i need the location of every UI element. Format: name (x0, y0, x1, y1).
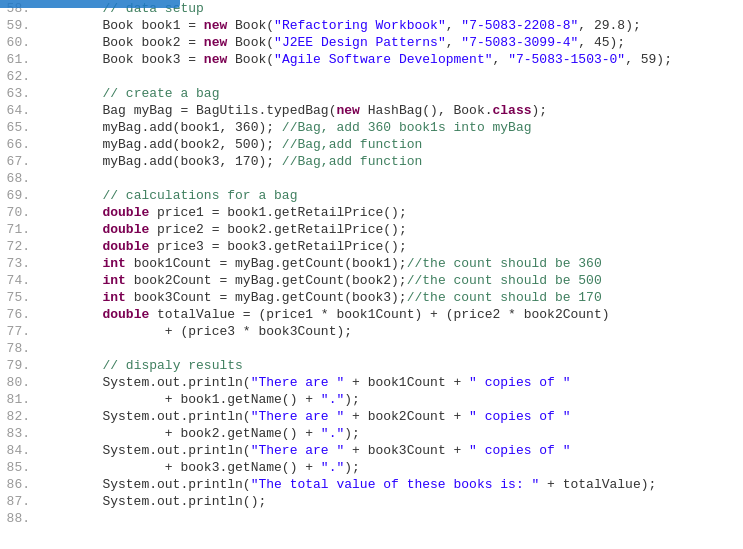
table-row: 75. int book3Count = myBag.getCount(book… (0, 289, 743, 306)
line-number: 79. (0, 357, 40, 374)
table-row: 61. Book book3 = new Book("Agile Softwar… (0, 51, 743, 68)
table-row: 58. // data setup (0, 0, 743, 17)
line-code: System.out.println("The total value of t… (40, 476, 743, 493)
line-number: 81. (0, 391, 40, 408)
line-number: 62. (0, 68, 40, 85)
table-row: 59. Book book1 = new Book("Refactoring W… (0, 17, 743, 34)
table-row: 70. double price1 = book1.getRetailPrice… (0, 204, 743, 221)
line-number: 71. (0, 221, 40, 238)
table-row: 64. Bag myBag = BagUtils.typedBag(new Ha… (0, 102, 743, 119)
line-code (40, 170, 743, 187)
line-code: myBag.add(book2, 500); //Bag,add functio… (40, 136, 743, 153)
line-code: + (price3 * book3Count); (40, 323, 743, 340)
line-number: 69. (0, 187, 40, 204)
line-number: 88. (0, 510, 40, 527)
line-number: 66. (0, 136, 40, 153)
line-number: 78. (0, 340, 40, 357)
line-number: 76. (0, 306, 40, 323)
line-number: 67. (0, 153, 40, 170)
line-code: + book1.getName() + "."); (40, 391, 743, 408)
table-row: 60. Book book2 = new Book("J2EE Design P… (0, 34, 743, 51)
line-code: int book1Count = myBag.getCount(book1);/… (40, 255, 743, 272)
table-row: 78. (0, 340, 743, 357)
line-code (40, 340, 743, 357)
line-code: myBag.add(book3, 170); //Bag,add functio… (40, 153, 743, 170)
table-row: 67. myBag.add(book3, 170); //Bag,add fun… (0, 153, 743, 170)
line-code: System.out.println("There are " + book3C… (40, 442, 743, 459)
table-row: 69. // calculations for a bag (0, 187, 743, 204)
table-row: 84. System.out.println("There are " + bo… (0, 442, 743, 459)
table-row: 83. + book2.getName() + "."); (0, 425, 743, 442)
line-number: 86. (0, 476, 40, 493)
line-code: System.out.println("There are " + book2C… (40, 408, 743, 425)
line-number: 63. (0, 85, 40, 102)
table-row: 71. double price2 = book2.getRetailPrice… (0, 221, 743, 238)
line-code: + book3.getName() + "."); (40, 459, 743, 476)
line-code: System.out.println("There are " + book1C… (40, 374, 743, 391)
code-editor: 58. // data setup59. Book book1 = new Bo… (0, 0, 743, 549)
line-number: 58. (0, 0, 40, 17)
line-code (40, 68, 743, 85)
table-row: 80. System.out.println("There are " + bo… (0, 374, 743, 391)
line-number: 85. (0, 459, 40, 476)
table-row: 72. double price3 = book3.getRetailPrice… (0, 238, 743, 255)
table-row: 73. int book1Count = myBag.getCount(book… (0, 255, 743, 272)
line-number: 72. (0, 238, 40, 255)
table-row: 88. (0, 510, 743, 527)
table-row: 82. System.out.println("There are " + bo… (0, 408, 743, 425)
table-row: 76. double totalValue = (price1 * book1C… (0, 306, 743, 323)
line-code: double price2 = book2.getRetailPrice(); (40, 221, 743, 238)
line-number: 70. (0, 204, 40, 221)
code-lines-container: 58. // data setup59. Book book1 = new Bo… (0, 0, 743, 527)
line-code: double totalValue = (price1 * book1Count… (40, 306, 743, 323)
line-number: 83. (0, 425, 40, 442)
line-code: Book book2 = new Book("J2EE Design Patte… (40, 34, 743, 51)
line-number: 74. (0, 272, 40, 289)
line-code: int book3Count = myBag.getCount(book3);/… (40, 289, 743, 306)
line-code: // data setup (40, 0, 743, 17)
line-code: Bag myBag = BagUtils.typedBag(new HashBa… (40, 102, 743, 119)
table-row: 79. // dispaly results (0, 357, 743, 374)
line-code: myBag.add(book1, 360); //Bag, add 360 bo… (40, 119, 743, 136)
table-row: 66. myBag.add(book2, 500); //Bag,add fun… (0, 136, 743, 153)
table-row: 68. (0, 170, 743, 187)
line-code: int book2Count = myBag.getCount(book2);/… (40, 272, 743, 289)
line-number: 84. (0, 442, 40, 459)
line-code: + book2.getName() + "."); (40, 425, 743, 442)
table-row: 87. System.out.println(); (0, 493, 743, 510)
line-number: 87. (0, 493, 40, 510)
line-number: 80. (0, 374, 40, 391)
line-number: 82. (0, 408, 40, 425)
table-row: 62. (0, 68, 743, 85)
line-number: 61. (0, 51, 40, 68)
line-number: 64. (0, 102, 40, 119)
line-number: 59. (0, 17, 40, 34)
line-code: System.out.println(); (40, 493, 743, 510)
table-row: 74. int book2Count = myBag.getCount(book… (0, 272, 743, 289)
table-row: 77. + (price3 * book3Count); (0, 323, 743, 340)
line-code: // create a bag (40, 85, 743, 102)
line-code: // dispaly results (40, 357, 743, 374)
line-number: 77. (0, 323, 40, 340)
line-code: // calculations for a bag (40, 187, 743, 204)
table-row: 63. // create a bag (0, 85, 743, 102)
table-row: 86. System.out.println("The total value … (0, 476, 743, 493)
table-row: 85. + book3.getName() + "."); (0, 459, 743, 476)
line-code: double price1 = book1.getRetailPrice(); (40, 204, 743, 221)
line-code (40, 510, 743, 527)
line-code: Book book3 = new Book("Agile Software De… (40, 51, 743, 68)
line-number: 65. (0, 119, 40, 136)
table-row: 81. + book1.getName() + "."); (0, 391, 743, 408)
line-number: 60. (0, 34, 40, 51)
line-number: 75. (0, 289, 40, 306)
line-code: Book book1 = new Book("Refactoring Workb… (40, 17, 743, 34)
line-number: 68. (0, 170, 40, 187)
table-row: 65. myBag.add(book1, 360); //Bag, add 36… (0, 119, 743, 136)
line-code: double price3 = book3.getRetailPrice(); (40, 238, 743, 255)
line-number: 73. (0, 255, 40, 272)
